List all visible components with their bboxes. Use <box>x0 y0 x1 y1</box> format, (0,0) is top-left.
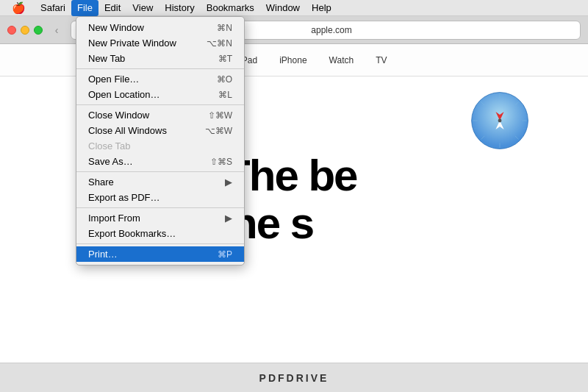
traffic-lights <box>7 26 43 35</box>
menu-item-close-all-windows[interactable]: Close All Windows ⌥⌘W <box>76 123 244 138</box>
menubar-file[interactable]: File <box>71 0 98 16</box>
footer: PDFDRIVE <box>0 363 588 392</box>
menu-item-open-file[interactable]: Open File… ⌘O <box>76 71 244 87</box>
separator-1 <box>76 68 244 69</box>
menu-item-save-as[interactable]: Save As… ⇧⌘S <box>76 154 244 169</box>
menu-item-new-window[interactable]: New Window ⌘N <box>76 20 244 35</box>
separator-5 <box>76 243 244 244</box>
nav-watch[interactable]: Watch <box>329 55 354 65</box>
menu-item-new-tab[interactable]: New Tab ⌘T <box>76 51 244 66</box>
safari-compass-icon <box>470 91 529 150</box>
screen: 🍎 Safari File Edit View History Bookmark… <box>0 0 588 392</box>
nav-tv[interactable]: TV <box>376 55 387 65</box>
svg-point-20 <box>498 119 502 123</box>
menu-item-close-window[interactable]: Close Window ⇧⌘W <box>76 107 244 123</box>
apple-menu[interactable]: 🍎 <box>6 0 32 16</box>
menubar-window[interactable]: Window <box>260 0 306 16</box>
menu-item-share[interactable]: Share ▶ <box>76 174 244 190</box>
menu-item-import-from[interactable]: Import From ▶ <box>76 210 244 226</box>
menubar-help[interactable]: Help <box>306 0 337 16</box>
separator-4 <box>76 207 244 208</box>
footer-brand: PDFDRIVE <box>259 372 329 384</box>
menubar-view[interactable]: View <box>126 0 159 16</box>
menu-item-export-bookmarks[interactable]: Export Bookmarks… <box>76 226 244 241</box>
menu-item-new-private-window[interactable]: New Private Window ⌥⌘N <box>76 35 244 51</box>
separator-2 <box>76 104 244 105</box>
menubar-history[interactable]: History <box>159 0 200 16</box>
separator-3 <box>76 171 244 172</box>
back-button[interactable]: ‹ <box>49 22 65 38</box>
menu-item-open-location[interactable]: Open Location… ⌘L <box>76 87 244 102</box>
close-button[interactable] <box>7 26 16 35</box>
fullscreen-button[interactable] <box>34 26 43 35</box>
menubar-bookmarks[interactable]: Bookmarks <box>201 0 260 16</box>
menu-item-close-tab: Close Tab <box>76 138 244 154</box>
minimize-button[interactable] <box>21 26 29 35</box>
file-menu-dropdown: New Window ⌘N New Private Window ⌥⌘N New… <box>76 16 245 266</box>
menubar: 🍎 Safari File Edit View History Bookmark… <box>0 0 588 16</box>
menu-item-export-pdf[interactable]: Export as PDF… <box>76 190 244 205</box>
menubar-safari[interactable]: Safari <box>35 0 71 16</box>
nav-iphone[interactable]: iPhone <box>279 55 306 65</box>
menubar-edit[interactable]: Edit <box>98 0 126 16</box>
menu-item-print[interactable]: Print… ⌘P <box>76 246 244 262</box>
